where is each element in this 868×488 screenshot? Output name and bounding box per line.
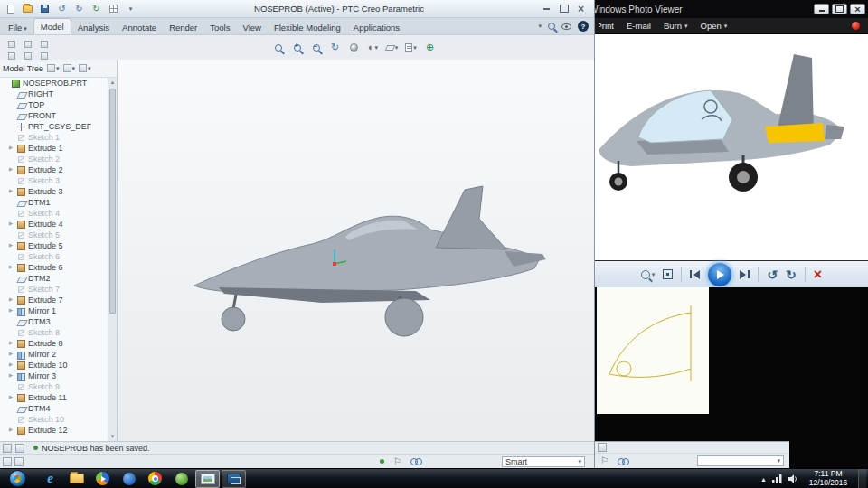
tree-item-sketch-9[interactable]: Sketch 9 — [0, 381, 108, 392]
menu-print[interactable]: Print ▾ — [599, 21, 614, 31]
tree-columns-button[interactable]: ▾ — [63, 64, 76, 72]
tree-item-dtm1[interactable]: DTM1 — [0, 197, 108, 208]
tree-item-prt-csys-def[interactable]: PRT_CSYS_DEF — [0, 121, 108, 132]
tree-item-front[interactable]: FRONT — [0, 110, 108, 121]
start-button[interactable] — [0, 470, 34, 487]
show-desktop-button[interactable] — [858, 469, 866, 488]
minimize-icon[interactable] — [814, 4, 829, 14]
tree-settings-button[interactable]: ▾ — [79, 64, 91, 72]
tree-item-mirror-1[interactable]: ▶ Mirror 1 — [0, 305, 108, 316]
selection-filter-dropdown[interactable]: Smart ▾ — [502, 456, 585, 467]
open-button[interactable] — [21, 2, 34, 15]
taskbar-chrome[interactable] — [143, 470, 167, 488]
menu-burn[interactable]: Burn ▾ — [664, 21, 688, 31]
network-icon[interactable] — [772, 474, 783, 483]
tree-item-noseprob-prt[interactable]: NOSEPROB.PRT — [0, 78, 108, 89]
selection-filter-dropdown[interactable]: ▾ — [697, 455, 784, 466]
new-button[interactable] — [4, 2, 17, 15]
message-log-icon[interactable] — [3, 444, 12, 453]
expand-arrow-icon[interactable]: ▶ — [9, 297, 16, 303]
tree-item-top[interactable]: TOP — [0, 99, 108, 110]
tree-item-extrude-5[interactable]: ▶ Extrude 5 — [0, 240, 108, 251]
tree-item-mirror-2[interactable]: ▶ Mirror 2 — [0, 349, 108, 360]
expand-arrow-icon[interactable]: ▶ — [9, 189, 16, 194]
delete-button[interactable]: × — [814, 267, 822, 282]
tree-filters-button[interactable]: ▾ — [47, 64, 60, 72]
copy-button[interactable] — [20, 39, 35, 50]
hidden-icons-arrow-icon[interactable]: ▲ — [760, 476, 767, 483]
tree-item-sketch-1[interactable]: Sketch 1 — [0, 132, 108, 143]
next-button[interactable] — [740, 270, 750, 279]
find-icon[interactable] — [618, 458, 629, 465]
minimize-icon[interactable] — [541, 4, 552, 14]
3d-viewport[interactable] — [118, 60, 594, 441]
tree-item-sketch-3[interactable]: Sketch 3 — [0, 175, 108, 186]
customize-button[interactable]: ▾ — [124, 2, 137, 15]
tree-item-sketch-10[interactable]: Sketch 10 — [0, 414, 108, 425]
expand-arrow-icon[interactable]: ▶ — [9, 362, 16, 368]
tree-item-mirror-3[interactable]: ▶ Mirror 3 — [0, 371, 108, 381]
datum-display-button[interactable]: ▾ — [383, 40, 401, 55]
menu-open[interactable]: Open ▾ — [701, 21, 728, 31]
tab-flexible-modeling[interactable]: Flexible Modeling — [268, 20, 347, 34]
taskbar-internet-explorer[interactable]: e — [38, 470, 62, 488]
expand-arrow-icon[interactable]: ▶ — [9, 352, 16, 357]
scrollbar-thumb[interactable] — [109, 89, 116, 314]
repaint-button[interactable]: ↻ — [326, 40, 344, 55]
zoom-button[interactable]: ▾ — [641, 270, 656, 279]
tree-item-sketch-5[interactable]: Sketch 5 — [0, 230, 108, 240]
annotation-display-button[interactable]: ▾ — [402, 40, 420, 55]
help-icon[interactable] — [578, 21, 589, 32]
expand-arrow-icon[interactable]: ▶ — [9, 308, 16, 314]
flag-icon[interactable]: ⚐ — [600, 456, 609, 465]
expand-arrow-icon[interactable]: ▶ — [9, 395, 16, 400]
volume-icon[interactable] — [788, 474, 798, 483]
tab-applications[interactable]: Applications — [347, 20, 406, 34]
save-button[interactable] — [38, 2, 52, 15]
regenerate-button[interactable] — [4, 39, 19, 50]
tree-item-extrude-1[interactable]: ▶ Extrude 1 — [0, 143, 108, 154]
model-tree-toggle-icon[interactable] — [3, 457, 12, 466]
message-log-icon[interactable] — [598, 443, 607, 452]
expand-arrow-icon[interactable]: ▶ — [9, 265, 16, 270]
tab-tools[interactable]: Tools — [203, 20, 236, 34]
tree-item-extrude-6[interactable]: ▶ Extrude 6 — [0, 262, 108, 273]
zoom-in-button[interactable] — [288, 40, 306, 55]
taskbar-webex[interactable] — [169, 470, 193, 488]
message-area-icon[interactable] — [15, 444, 24, 453]
tree-item-dtm3[interactable]: DTM3 — [0, 316, 108, 327]
taskbar-media-player[interactable] — [90, 470, 115, 488]
scroll-down-icon[interactable]: ▼ — [108, 432, 117, 441]
chevron-down-icon[interactable]: ▾ — [538, 23, 542, 30]
flag-icon[interactable]: ⚐ — [393, 457, 401, 466]
refit-button[interactable] — [269, 40, 287, 55]
tree-item-sketch-2[interactable]: Sketch 2 — [0, 154, 108, 164]
tab-render[interactable]: Render — [163, 20, 203, 34]
tab-view[interactable]: View — [236, 20, 267, 34]
tree-item-sketch-7[interactable]: Sketch 7 — [0, 284, 108, 295]
close-icon[interactable] — [575, 4, 587, 14]
display-style-button[interactable]: ◐▾ — [364, 40, 382, 55]
menu-e-mail[interactable]: E-mail — [627, 21, 651, 31]
maximize-icon[interactable] — [832, 4, 847, 14]
taskbar-photo-viewer[interactable] — [195, 470, 220, 488]
rotate-cw-button[interactable]: ↻ — [786, 268, 797, 281]
tree-item-sketch-8[interactable]: Sketch 8 — [0, 327, 108, 338]
expand-arrow-icon[interactable]: ▶ — [9, 167, 16, 173]
tree-item-extrude-7[interactable]: ▶ Extrude 7 — [0, 295, 108, 305]
tab-file[interactable]: File▾ — [2, 20, 33, 34]
model-tree-scrollbar[interactable]: ▲ ▼ — [108, 78, 117, 441]
scroll-up-icon[interactable]: ▲ — [108, 78, 117, 87]
tree-item-dtm2[interactable]: DTM2 — [0, 273, 108, 284]
tree-item-extrude-2[interactable]: ▶ Extrude 2 — [0, 164, 108, 175]
rotate-ccw-button[interactable]: ↺ — [767, 268, 778, 281]
close-icon[interactable] — [850, 4, 865, 14]
windows-button[interactable] — [107, 2, 120, 15]
redo-button[interactable]: ↻ — [72, 2, 86, 15]
tree-item-extrude-8[interactable]: ▶ Extrude 8 — [0, 338, 108, 349]
play-button[interactable] — [708, 263, 731, 286]
expand-arrow-icon[interactable]: ▶ — [9, 427, 16, 433]
taskbar-creo[interactable] — [222, 470, 246, 488]
expand-arrow-icon[interactable]: ▶ — [9, 221, 16, 227]
taskbar-clock[interactable]: 7:11 PM 12/10/2016 — [804, 470, 853, 488]
